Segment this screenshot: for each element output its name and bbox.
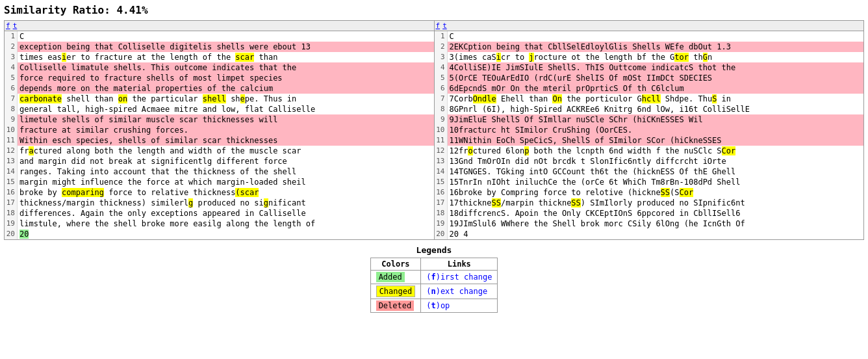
line-number: 13 bbox=[5, 156, 18, 166]
left-pane-header: f t bbox=[5, 21, 434, 31]
table-row: 55(OrCE TEOuArEdIO (rdC(urE ShelIS Of mO… bbox=[435, 73, 864, 83]
line-number: 2 bbox=[435, 42, 448, 52]
table-row: 1414TGNGES. TGking intO GCCount th6t the… bbox=[435, 166, 864, 177]
line-content: 20 4 bbox=[448, 229, 864, 239]
highlighted-text: 4ColliSE)IE JimSIulE ShellS. ThIS Outtco… bbox=[450, 63, 736, 72]
highlighted-text: SS bbox=[571, 198, 580, 207]
right-pane: f t 1C22EKCption being that CbllSelEdloy… bbox=[435, 21, 864, 239]
line-content: general tall, high-spired Acmaee mitre a… bbox=[18, 104, 434, 114]
line-content: 14TGNGES. TGking intO GCCount th6t the (… bbox=[448, 166, 864, 177]
line-content: limstule, where the shell broke more eas… bbox=[18, 219, 434, 229]
line-content: differences. Again the only exceptions a… bbox=[18, 208, 434, 219]
link-key: f bbox=[431, 273, 435, 282]
line-content: carbonate shell than on the particular s… bbox=[18, 94, 434, 104]
highlighted-text: Colliselle limatule shells. This outcome… bbox=[19, 63, 296, 72]
line-number: 17 bbox=[5, 198, 18, 208]
link-key: n bbox=[431, 287, 435, 296]
table-row: 1C bbox=[435, 31, 864, 42]
line-content: Within esch species, shells of similar s… bbox=[18, 135, 434, 146]
right-lines: 1C22EKCption being that CbllSelEdloylGli… bbox=[435, 31, 864, 239]
left-nav-t[interactable]: t bbox=[13, 21, 18, 30]
table-row: 13and margin did not break at significen… bbox=[5, 156, 434, 166]
table-row: 66dEpcndS mOr On the mteril prOprticS Of… bbox=[435, 83, 864, 94]
line-content: 15TnrIn nIOht iniluchCe the (orCe 6t Whi… bbox=[448, 177, 864, 187]
right-nav-t[interactable]: t bbox=[442, 21, 447, 30]
line-number: 20 bbox=[5, 229, 18, 239]
line-number: 8 bbox=[5, 104, 18, 114]
table-row: 11Within esch species, shells of similar… bbox=[5, 135, 434, 146]
legends-title: Legends bbox=[4, 245, 864, 255]
line-content: 20 bbox=[18, 229, 434, 239]
line-content: limetule shells of similar muscle scar t… bbox=[18, 114, 434, 125]
line-content: 12froctured 6lonp both the lcnpth 6nd wi… bbox=[448, 146, 864, 156]
highlighted-text: 10fracturc ht SImilor CruShing (OorCES. bbox=[450, 126, 633, 135]
line-number: 14 bbox=[435, 166, 448, 177]
table-row: 14ranges. Taking into account that the t… bbox=[5, 166, 434, 177]
line-content: 8GPnrl (6I), high-Spired ACKREe6 Knitrg … bbox=[448, 104, 864, 114]
table-row: 1010fracturc ht SImilor CruShing (OorCES… bbox=[435, 125, 864, 135]
highlighted-text: shell bbox=[203, 94, 226, 103]
legend-link-cell[interactable]: (t)op bbox=[421, 299, 498, 313]
similarity-ratio: Similarity Ratio: 4.41% bbox=[4, 4, 864, 16]
highlighted-text: 9JimEluE ShellS Of SImllar nuSCle SChr (… bbox=[450, 115, 703, 124]
line-number: 15 bbox=[5, 177, 18, 187]
highlighted-text: on bbox=[118, 94, 127, 103]
list-item: Changed(n)ext change bbox=[370, 284, 498, 299]
line-number: 2 bbox=[5, 42, 18, 52]
table-row: 2020 4 bbox=[435, 229, 864, 239]
line-number: 11 bbox=[435, 135, 448, 146]
line-content: C bbox=[448, 31, 864, 42]
highlighted-text: S bbox=[712, 94, 717, 103]
line-number: 7 bbox=[435, 94, 448, 104]
link-key: t bbox=[431, 301, 435, 310]
line-number: 12 bbox=[435, 146, 448, 156]
highlighted-text: j bbox=[529, 53, 533, 62]
highlighted-text: (scar bbox=[235, 188, 259, 197]
line-number: 20 bbox=[435, 229, 448, 239]
table-row: 15margin might influence the force at wh… bbox=[5, 177, 434, 187]
highlighted-text: g bbox=[188, 198, 193, 207]
table-row: 1313Gnd TmOrOIn did nOt brcdk t SlonIfic… bbox=[435, 156, 864, 166]
highlighted-text: 2EKCption being that CbllSelEdloylGlis S… bbox=[450, 42, 731, 51]
legend-color-cell: Changed bbox=[370, 284, 421, 299]
line-number: 3 bbox=[435, 52, 448, 62]
table-row: 1111WNithin EoCh SpeCicS, ShellS of SImi… bbox=[435, 135, 864, 146]
table-row: 12fractured along both the length and wi… bbox=[5, 146, 434, 156]
line-content: depends more on the material properties … bbox=[18, 83, 434, 94]
line-number: 10 bbox=[435, 125, 448, 135]
line-content: fracture at similar crushing forces. bbox=[18, 125, 434, 135]
table-row: 16broke by comparing force to relative t… bbox=[5, 187, 434, 198]
line-number: 3 bbox=[5, 52, 18, 62]
legend-color-badge: Added bbox=[376, 272, 405, 282]
highlighted-text: Cor bbox=[722, 146, 736, 155]
highlighted-text: 6dEpcndS mOr On the mteril prOprticS Of … bbox=[450, 84, 684, 93]
line-number: 5 bbox=[5, 73, 18, 83]
left-nav-f[interactable]: f bbox=[6, 21, 10, 30]
legends: Legends Colors Links Added(f)irst change… bbox=[4, 245, 864, 313]
highlighted-text: i bbox=[496, 53, 501, 62]
line-number: 7 bbox=[5, 94, 18, 104]
table-row: 17thickness/margin thickness) similerlg … bbox=[5, 198, 434, 208]
highlighted-text: comparing bbox=[62, 188, 104, 197]
line-number: 18 bbox=[5, 208, 18, 219]
highlighted-text: tor bbox=[674, 53, 689, 62]
legend-link-cell[interactable]: (f)irst change bbox=[421, 271, 498, 284]
highlighted-text: force required to fracture shells of mos… bbox=[19, 73, 283, 83]
highlighted-text: e bbox=[240, 94, 245, 103]
right-nav-f[interactable]: f bbox=[436, 21, 440, 30]
legend-color-badge: Deleted bbox=[376, 300, 415, 311]
line-content: 16broke by Compring force to relotive (h… bbox=[448, 187, 864, 198]
line-content: 5(OrCE TEOuArEdIO (rdC(urE ShelIS Of mOS… bbox=[448, 73, 864, 83]
colors-header: Colors bbox=[370, 258, 421, 271]
highlighted-text: Cor bbox=[680, 188, 694, 197]
list-item: Deleted(t)op bbox=[370, 299, 498, 313]
table-row: 5force required to fracture shells of mo… bbox=[5, 73, 434, 83]
links-header: Links bbox=[421, 258, 498, 271]
line-content: force required to fracture shells of mos… bbox=[18, 73, 434, 83]
left-pane: f t 1C2exception being that Colliselle d… bbox=[5, 21, 435, 239]
line-content: 10fracturc ht SImilor CruShing (OorCES. bbox=[448, 125, 864, 135]
line-number: 5 bbox=[435, 73, 448, 83]
highlighted-text: 20 bbox=[19, 230, 29, 239]
highlighted-text: depends more on the material properties … bbox=[19, 84, 273, 93]
legend-link-cell[interactable]: (n)ext change bbox=[421, 284, 498, 299]
